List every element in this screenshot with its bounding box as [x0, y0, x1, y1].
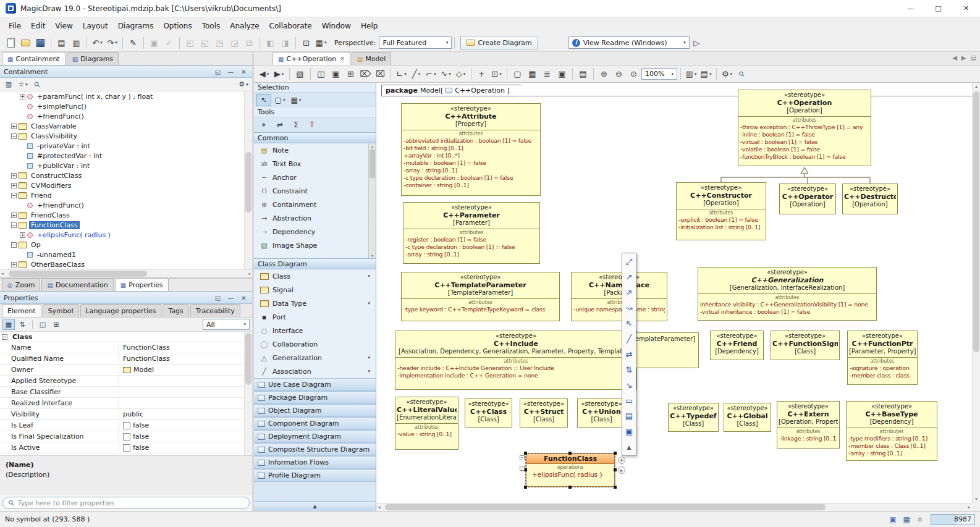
stereotype-box-cpp-function-signature[interactable]: «stereotype»C++FunctionSignature[Class]: [771, 331, 840, 360]
minimize-panel-icon[interactable]: —: [226, 69, 235, 75]
tree-item-constructclass[interactable]: +ConstructClass: [0, 171, 244, 180]
palette-item-text-box[interactable]: abText Box▾: [254, 157, 376, 171]
tree-item-privatevar-int[interactable]: -privateVar : int: [0, 141, 244, 151]
menu-edit[interactable]: Edit: [26, 19, 50, 33]
tree-vertical-scrollbar[interactable]: [244, 91, 252, 269]
palette-section-package-diagram[interactable]: Package Diagram: [254, 391, 376, 404]
selection-handle[interactable]: [568, 486, 572, 489]
property-row-visibility[interactable]: Visibilitypublic: [0, 409, 244, 420]
diagram-list-icon[interactable]: ▤: [971, 54, 976, 61]
expand-icon[interactable]: +: [11, 213, 17, 218]
chevron-down-icon[interactable]: ▾: [368, 369, 370, 374]
minimize-button[interactable]: —: [897, 0, 924, 17]
close-button[interactable]: ✕: [952, 0, 980, 17]
properties-tab-symbol[interactable]: Symbol: [43, 304, 79, 317]
active-tasks-icon[interactable]: ▦: [903, 515, 910, 524]
undo-icon[interactable]: ↶▾: [90, 36, 104, 50]
menu-window[interactable]: Window: [317, 19, 356, 33]
favorites-icon[interactable]: ☆▾: [17, 79, 29, 90]
palette-section-use-case-diagram[interactable]: Use Case Diagram: [254, 378, 376, 391]
categorized-view-icon[interactable]: ▦: [2, 319, 15, 330]
scroll-left-icon[interactable]: ◂: [1, 271, 4, 276]
tree-item-functionclass[interactable]: −FunctionClass: [0, 220, 244, 230]
collapse-icon[interactable]: −: [11, 242, 17, 248]
palette-item-note[interactable]: ▤Note▾: [254, 143, 376, 157]
open-project-icon[interactable]: [19, 36, 33, 50]
expand-properties-icon[interactable]: ◫: [36, 319, 49, 330]
report-wizard-icon[interactable]: ✎: [126, 36, 140, 50]
diagram-options-icon[interactable]: ⚙▾: [720, 67, 734, 81]
bottom-tab-zoom[interactable]: ◎Zoom: [2, 278, 40, 291]
stereotype-box-cpp-union[interactable]: «stereotype»C++Union[Class]: [577, 398, 626, 428]
layout-icon[interactable]: ▥▾: [684, 67, 698, 81]
oblique-path-icon[interactable]: ╱▾: [409, 67, 423, 81]
collapse-toolbar-icon[interactable]: ▲: [623, 440, 635, 454]
print-icon[interactable]: ▤: [54, 36, 69, 50]
properties-scrollbar[interactable]: [244, 332, 252, 455]
properties-tab-language-properties[interactable]: Language properties: [80, 304, 162, 317]
select-cursor-icon[interactable]: ↖: [256, 94, 271, 106]
new-project-icon[interactable]: [4, 36, 18, 50]
expand-icon[interactable]: +: [20, 94, 25, 99]
chevron-down-icon[interactable]: ▾: [368, 301, 370, 306]
delete-view-icon[interactable]: ⌧: [373, 67, 387, 81]
palette-item-constraint[interactable]: {}Constraint▾: [254, 184, 376, 198]
stereotype-box-cpp-include[interactable]: «stereotype»C++Include[Association, Depe…: [395, 331, 637, 390]
palette-item-collaboration[interactable]: ◯Collaboration: [254, 337, 376, 351]
text-tool-icon[interactable]: T: [305, 119, 319, 131]
maximize-button[interactable]: □: [924, 0, 952, 17]
diagram-canvas[interactable]: package Model[ C++Operation ] «st: [376, 83, 972, 503]
property-group-class[interactable]: −Class: [0, 332, 244, 342]
stereotype-box-cpp-generalization[interactable]: «stereotype»C++Generalization[Generaliza…: [698, 267, 877, 321]
tree-horizontal-scrollbar[interactable]: ◂ ▸: [0, 269, 252, 277]
validation-status-icon[interactable]: ▣: [889, 515, 896, 524]
zoom-level-combo[interactable]: 100%▾: [641, 68, 677, 80]
property-row-is-final-specialization[interactable]: Is Final Specializationfalse: [0, 431, 244, 442]
realization-link-icon[interactable]: ⇖: [623, 316, 635, 331]
palette-item-association[interactable]: ╱Association▾: [254, 365, 376, 378]
previous-diagram-icon[interactable]: ◀: [952, 54, 957, 61]
property-row-realized-interface[interactable]: Realized Interface: [0, 398, 244, 409]
image-tool-icon[interactable]: ▣: [623, 424, 635, 439]
scrollbar-thumb[interactable]: [973, 91, 979, 352]
property-value[interactable]: false: [119, 442, 244, 453]
grid-icon[interactable]: ▦: [525, 67, 539, 81]
search-icon[interactable]: ⚲: [31, 79, 43, 90]
stereotype-box-cpp-namespace[interactable]: «stereotype»C++Namespace[Package]attribu…: [571, 272, 667, 321]
tree-item-simplefunc[interactable]: +simpleFunc(): [0, 101, 244, 111]
dock-tab-containment[interactable]: ▦Containment: [2, 52, 65, 65]
stereotype-box-cpp-template-parameter[interactable]: «stereotype»C++TemplateParameter[Templat…: [401, 272, 560, 321]
delete-icon[interactable]: ⌦: [358, 67, 373, 81]
checkbox[interactable]: [123, 444, 130, 452]
palette-scrollbar[interactable]: ▴▾: [368, 143, 376, 258]
association-link-icon[interactable]: ↗: [623, 270, 635, 284]
find-in-diagram-icon[interactable]: ⚲: [735, 67, 749, 81]
palette-item-generalization[interactable]: △Generalization▾: [254, 351, 376, 365]
tree-item-friend[interactable]: −Friend: [0, 190, 244, 200]
minimize-panel-icon[interactable]: —: [226, 295, 235, 301]
collapse-icon[interactable]: −: [2, 334, 7, 340]
selection-handle[interactable]: [524, 486, 527, 489]
stereotype-box-cpp-struct[interactable]: «stereotype»C++Struct[Class]: [520, 398, 568, 428]
tree-item-friendfunc[interactable]: +friendFunc(): [0, 111, 244, 121]
property-row-is-leaf[interactable]: Is Leaffalse: [0, 420, 244, 431]
stereotype-box-cpp-constructor[interactable]: «stereotype»C++Constructor[Operation]att…: [676, 182, 766, 240]
smart-manipulator-icon[interactable]: ▸: [618, 466, 625, 474]
selection-handle[interactable]: [568, 452, 572, 455]
scrollbar-thumb[interactable]: [385, 504, 826, 510]
insert-shape-icon[interactable]: ⊡▾: [489, 67, 504, 81]
menu-tools[interactable]: Tools: [197, 19, 226, 33]
clone-icon[interactable]: ⊞: [344, 67, 358, 81]
palette-category-common[interactable]: Common: [254, 132, 376, 143]
close-panel-icon[interactable]: ✕: [239, 69, 248, 75]
stereotype-box-cpp-literal-value[interactable]: «stereotype»C++LiteralValue[EnumerationL…: [395, 397, 458, 450]
palette-item-interface[interactable]: ○Interface: [254, 324, 376, 337]
tree-item-classvariable[interactable]: +ClassVariable: [0, 121, 244, 131]
anchor-link-icon[interactable]: ↘: [623, 378, 635, 392]
add-element-icon[interactable]: +: [475, 67, 489, 81]
stereotype-box-cpp-destructor[interactable]: «stereotype»C++Destructor[Operation]: [842, 183, 898, 214]
tree-item-friendfunc[interactable]: +friendFunc(): [0, 200, 244, 210]
scrollbar-thumb[interactable]: [245, 152, 251, 213]
palette-item-class[interactable]: Class▾: [254, 269, 376, 283]
dependency-link-icon[interactable]: ↝: [623, 301, 635, 315]
